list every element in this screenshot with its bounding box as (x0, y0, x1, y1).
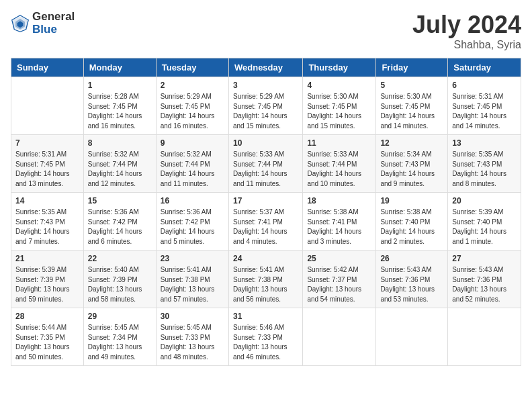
day-info: Sunrise: 5:38 AM Sunset: 7:41 PM Dayligh… (307, 208, 371, 246)
calendar-cell (376, 308, 448, 366)
day-number: 27 (452, 254, 517, 263)
calendar-cell: 9Sunrise: 5:32 AM Sunset: 7:44 PM Daylig… (156, 135, 228, 193)
page-header: General Blue July 2024 Shahba, Syria (11, 11, 521, 51)
day-info: Sunrise: 5:34 AM Sunset: 7:43 PM Dayligh… (380, 150, 443, 189)
day-info: Sunrise: 5:37 AM Sunset: 7:41 PM Dayligh… (233, 208, 298, 246)
day-number: 28 (15, 312, 79, 321)
calendar-cell: 14Sunrise: 5:35 AM Sunset: 7:43 PM Dayli… (11, 193, 84, 250)
day-number: 26 (380, 254, 443, 263)
calendar-cell: 20Sunrise: 5:39 AM Sunset: 7:40 PM Dayli… (448, 193, 521, 250)
day-info: Sunrise: 5:36 AM Sunset: 7:42 PM Dayligh… (161, 208, 224, 246)
calendar-cell: 4Sunrise: 5:30 AM Sunset: 7:45 PM Daylig… (303, 77, 376, 135)
calendar-cell: 5Sunrise: 5:30 AM Sunset: 7:45 PM Daylig… (376, 77, 448, 135)
calendar-cell (448, 308, 521, 366)
day-info: Sunrise: 5:32 AM Sunset: 7:44 PM Dayligh… (88, 150, 152, 189)
calendar-cell: 7Sunrise: 5:31 AM Sunset: 7:45 PM Daylig… (11, 135, 84, 193)
day-number: 6 (452, 81, 517, 90)
day-info: Sunrise: 5:30 AM Sunset: 7:45 PM Dayligh… (307, 92, 371, 131)
day-number: 29 (88, 312, 152, 321)
calendar-cell: 3Sunrise: 5:29 AM Sunset: 7:45 PM Daylig… (228, 77, 302, 135)
logo-general-text: General (32, 11, 75, 24)
day-number: 4 (307, 81, 371, 90)
day-info: Sunrise: 5:35 AM Sunset: 7:43 PM Dayligh… (15, 208, 79, 246)
day-number: 8 (88, 138, 152, 148)
calendar-cell: 13Sunrise: 5:35 AM Sunset: 7:43 PM Dayli… (448, 135, 521, 193)
day-info: Sunrise: 5:35 AM Sunset: 7:43 PM Dayligh… (452, 150, 517, 189)
day-info: Sunrise: 5:46 AM Sunset: 7:33 PM Dayligh… (233, 323, 298, 362)
day-number: 3 (233, 81, 298, 90)
day-number: 16 (161, 196, 224, 205)
calendar-cell (303, 308, 376, 366)
day-number: 12 (380, 138, 443, 148)
day-info: Sunrise: 5:33 AM Sunset: 7:44 PM Dayligh… (307, 150, 371, 189)
day-number: 10 (233, 138, 298, 148)
day-number: 31 (233, 312, 298, 321)
calendar-cell: 27Sunrise: 5:43 AM Sunset: 7:36 PM Dayli… (448, 250, 521, 308)
calendar-cell: 2Sunrise: 5:29 AM Sunset: 7:45 PM Daylig… (156, 77, 228, 135)
day-number: 15 (88, 196, 152, 205)
day-info: Sunrise: 5:42 AM Sunset: 7:37 PM Dayligh… (307, 265, 371, 304)
logo-blue-text: Blue (32, 24, 75, 36)
weekday-header-friday: Friday (376, 58, 448, 77)
day-number: 11 (307, 138, 371, 148)
calendar-cell: 22Sunrise: 5:40 AM Sunset: 7:39 PM Dayli… (83, 250, 156, 308)
day-info: Sunrise: 5:45 AM Sunset: 7:34 PM Dayligh… (88, 323, 152, 362)
day-info: Sunrise: 5:29 AM Sunset: 7:45 PM Dayligh… (233, 92, 298, 131)
day-info: Sunrise: 5:28 AM Sunset: 7:45 PM Dayligh… (88, 92, 152, 131)
weekday-header-wednesday: Wednesday (228, 58, 302, 77)
calendar-cell: 26Sunrise: 5:43 AM Sunset: 7:36 PM Dayli… (376, 250, 448, 308)
day-info: Sunrise: 5:43 AM Sunset: 7:36 PM Dayligh… (452, 265, 517, 304)
day-info: Sunrise: 5:43 AM Sunset: 7:36 PM Dayligh… (380, 265, 443, 304)
day-number: 22 (88, 254, 152, 263)
day-info: Sunrise: 5:30 AM Sunset: 7:45 PM Dayligh… (380, 92, 443, 131)
day-number: 14 (15, 196, 79, 205)
weekday-header-monday: Monday (83, 58, 156, 77)
calendar-cell: 15Sunrise: 5:36 AM Sunset: 7:42 PM Dayli… (83, 193, 156, 250)
day-number: 2 (161, 81, 224, 90)
day-number: 1 (88, 81, 152, 90)
calendar-cell: 18Sunrise: 5:38 AM Sunset: 7:41 PM Dayli… (303, 193, 376, 250)
calendar-cell: 6Sunrise: 5:31 AM Sunset: 7:45 PM Daylig… (448, 77, 521, 135)
logo-text: General Blue (32, 11, 75, 36)
calendar-cell: 19Sunrise: 5:38 AM Sunset: 7:40 PM Dayli… (376, 193, 448, 250)
weekday-header-thursday: Thursday (303, 58, 376, 77)
day-info: Sunrise: 5:32 AM Sunset: 7:44 PM Dayligh… (161, 150, 224, 189)
calendar-header-row: SundayMondayTuesdayWednesdayThursdayFrid… (11, 58, 521, 77)
calendar-cell: 28Sunrise: 5:44 AM Sunset: 7:35 PM Dayli… (11, 308, 84, 366)
calendar-cell: 24Sunrise: 5:41 AM Sunset: 7:38 PM Dayli… (228, 250, 302, 308)
calendar-cell: 25Sunrise: 5:42 AM Sunset: 7:37 PM Dayli… (303, 250, 376, 308)
calendar-cell: 21Sunrise: 5:39 AM Sunset: 7:39 PM Dayli… (11, 250, 84, 308)
calendar-location: Shahba, Syria (412, 39, 521, 51)
calendar-week-2: 7Sunrise: 5:31 AM Sunset: 7:45 PM Daylig… (11, 135, 521, 193)
calendar-title: July 2024 (412, 11, 521, 39)
calendar-cell: 30Sunrise: 5:45 AM Sunset: 7:33 PM Dayli… (156, 308, 228, 366)
day-number: 23 (161, 254, 224, 263)
day-number: 25 (307, 254, 371, 263)
day-info: Sunrise: 5:36 AM Sunset: 7:42 PM Dayligh… (88, 208, 152, 246)
day-info: Sunrise: 5:29 AM Sunset: 7:45 PM Dayligh… (161, 92, 224, 131)
calendar-cell: 1Sunrise: 5:28 AM Sunset: 7:45 PM Daylig… (83, 77, 156, 135)
calendar-body: 1Sunrise: 5:28 AM Sunset: 7:45 PM Daylig… (11, 77, 521, 366)
day-info: Sunrise: 5:39 AM Sunset: 7:39 PM Dayligh… (15, 265, 79, 304)
day-number: 24 (233, 254, 298, 263)
calendar-cell: 8Sunrise: 5:32 AM Sunset: 7:44 PM Daylig… (83, 135, 156, 193)
day-info: Sunrise: 5:41 AM Sunset: 7:38 PM Dayligh… (161, 265, 224, 304)
day-number: 30 (161, 312, 224, 321)
calendar-cell (11, 77, 84, 135)
day-number: 7 (15, 138, 79, 148)
day-number: 17 (233, 196, 298, 205)
day-info: Sunrise: 5:38 AM Sunset: 7:40 PM Dayligh… (380, 208, 443, 246)
day-info: Sunrise: 5:40 AM Sunset: 7:39 PM Dayligh… (88, 265, 152, 304)
calendar-cell: 29Sunrise: 5:45 AM Sunset: 7:34 PM Dayli… (83, 308, 156, 366)
calendar-cell: 10Sunrise: 5:33 AM Sunset: 7:44 PM Dayli… (228, 135, 302, 193)
day-info: Sunrise: 5:44 AM Sunset: 7:35 PM Dayligh… (15, 323, 79, 362)
calendar-table: SundayMondayTuesdayWednesdayThursdayFrid… (11, 58, 521, 366)
day-number: 5 (380, 81, 443, 90)
day-info: Sunrise: 5:45 AM Sunset: 7:33 PM Dayligh… (161, 323, 224, 362)
day-number: 21 (15, 254, 79, 263)
calendar-cell: 23Sunrise: 5:41 AM Sunset: 7:38 PM Dayli… (156, 250, 228, 308)
calendar-week-3: 14Sunrise: 5:35 AM Sunset: 7:43 PM Dayli… (11, 193, 521, 250)
day-number: 19 (380, 196, 443, 205)
day-info: Sunrise: 5:31 AM Sunset: 7:45 PM Dayligh… (15, 150, 79, 189)
weekday-header-saturday: Saturday (448, 58, 521, 77)
